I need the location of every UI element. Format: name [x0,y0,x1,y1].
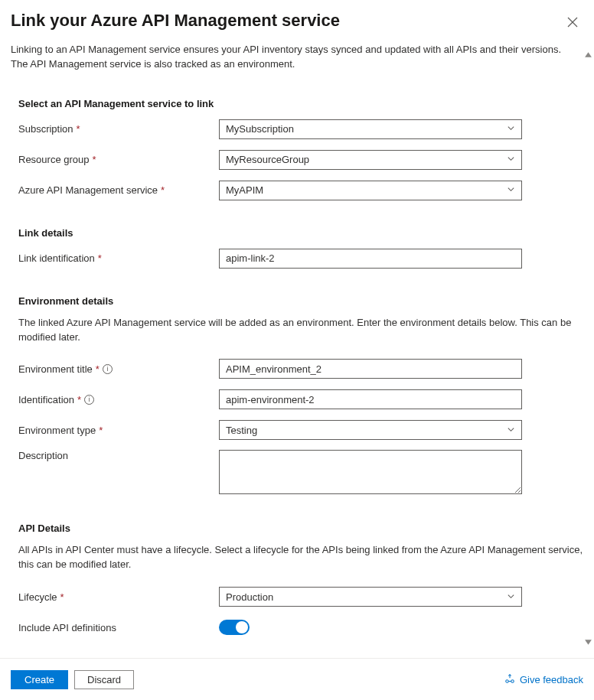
link-details-heading: Link details [18,227,583,239]
info-icon[interactable]: i [84,395,94,405]
lifecycle-value: Production [226,591,507,603]
toggle-knob [236,621,248,633]
api-details-section: Lifecycle* Production Include API defi [18,586,583,638]
apim-service-value: MyAPIM [226,184,507,196]
environment-type-label: Environment type* [18,425,219,436]
environment-type-dropdown[interactable]: Testing [219,420,522,440]
lifecycle-label: Lifecycle* [18,591,219,603]
select-service-heading: Select an API Management service to link [18,98,583,109]
environment-id-input[interactable]: apim-environment-2 [219,389,522,409]
panel-footer: Create Discard Give feedback [0,658,594,700]
discard-button[interactable]: Discard [74,670,134,689]
environment-title-input[interactable]: APIM_environment_2 [219,359,522,379]
lifecycle-dropdown[interactable]: Production [219,587,522,607]
chevron-down-icon [507,123,515,135]
resource-group-label: Resource group* [18,154,219,165]
close-icon [567,17,578,30]
subscription-dropdown[interactable]: MySubscription [219,119,522,139]
chevron-down-icon [507,154,515,165]
chevron-down-icon [507,184,515,196]
include-api-definitions-toggle[interactable] [219,620,250,635]
svg-marker-3 [585,640,592,645]
resource-group-value: MyResourceGroup [226,154,507,165]
api-details-desc: All APIs in API Center must have a lifec… [18,543,583,572]
environment-title-value: APIM_environment_2 [226,363,321,375]
content-scroll[interactable]: Linking to an API Management service ens… [0,38,594,658]
create-button[interactable]: Create [11,670,68,689]
give-feedback-link[interactable]: Give feedback [504,673,583,686]
link-identification-label: Link identification* [18,252,219,264]
panel-header: Link your Azure API Management service [0,0,594,38]
environment-type-value: Testing [226,425,507,436]
chevron-down-icon [507,425,515,436]
subscription-label: Subscription* [18,123,219,135]
resource-group-dropdown[interactable]: MyResourceGroup [219,150,522,170]
scroll-down-arrow[interactable] [583,638,592,646]
intro-text: Linking to an API Management service ens… [11,43,577,72]
link-details-section: Link identification* apim-link-2 [18,248,583,269]
environment-details-desc: The linked Azure API Management service … [18,316,583,345]
subscription-value: MySubscription [226,123,507,135]
environment-description-label: Description [18,450,219,461]
apim-service-dropdown[interactable]: MyAPIM [219,181,522,200]
scroll-up-arrow[interactable] [583,50,592,59]
svg-marker-2 [585,52,592,57]
close-button[interactable] [562,12,583,34]
chevron-down-icon [507,591,515,603]
environment-title-label: Environment title* i [18,363,219,375]
api-details-heading: API Details [18,523,583,534]
environment-details-section: Environment title* i APIM_environment_2 … [18,358,583,497]
link-apim-panel: Link your Azure API Management service L… [0,0,594,700]
environment-description-input[interactable] [219,450,522,494]
environment-details-heading: Environment details [18,295,583,307]
environment-id-label: Identification* i [18,394,219,405]
select-service-section: Subscription* MySubscription Resource [18,119,583,201]
environment-id-value: apim-environment-2 [226,394,315,405]
give-feedback-label: Give feedback [520,674,583,685]
page-title: Link your Azure API Management service [11,11,340,31]
apim-service-label: Azure API Management service* [18,184,219,196]
include-api-definitions-label: Include API definitions [18,622,219,633]
feedback-icon [504,673,515,686]
info-icon[interactable]: i [103,364,113,374]
link-identification-input[interactable]: apim-link-2 [219,249,522,269]
link-identification-value: apim-link-2 [226,252,275,264]
svg-point-5 [511,679,514,682]
svg-point-4 [506,679,509,682]
